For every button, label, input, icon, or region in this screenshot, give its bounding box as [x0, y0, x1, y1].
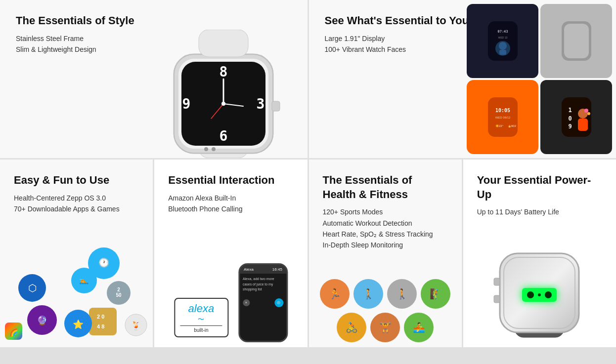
- svg-point-36: [587, 112, 590, 115]
- alexa-smile-icon: 〜: [198, 315, 204, 324]
- sports-row-1: 🏃 🚶 🚶 🧗: [320, 279, 450, 309]
- apps-feature-2: 70+ Downloadable Apps & Games: [14, 203, 139, 214]
- cell-display: See What's Essential to You Large 1.91" …: [309, 0, 616, 158]
- svg-text:2: 2: [117, 287, 120, 292]
- alexa-logo-text: alexa: [188, 302, 215, 315]
- svg-text:8: 8: [219, 64, 227, 80]
- sport-hiking: 🧗: [421, 279, 450, 309]
- svg-text:🏃: 🏃: [329, 288, 341, 300]
- alexa-watch: Alexa 16:45 Alexa, add two more cases of…: [238, 263, 288, 342]
- svg-rect-21: [499, 50, 506, 55]
- svg-point-11: [221, 102, 225, 106]
- svg-rect-23: [564, 24, 589, 58]
- alexa-feature-2: Bluetooth Phone Calling: [168, 203, 293, 214]
- sports-row-2: 🚴 🏋 🚣: [337, 313, 434, 342]
- alexa-feature-1: Amazon Alexa Built-In: [168, 193, 293, 203]
- svg-text:🚶: 🚶: [362, 288, 375, 300]
- svg-text:0: 0: [568, 115, 572, 122]
- svg-point-70: [538, 293, 541, 296]
- health-features: 120+ Sports Modes Automatic Workout Dete…: [323, 206, 448, 251]
- svg-text:07:43: 07:43: [497, 30, 508, 34]
- svg-rect-29: [562, 97, 591, 137]
- svg-point-68: [527, 291, 534, 298]
- apps-feature-1: Health-Centered Zepp OS 3.0: [14, 193, 139, 203]
- svg-text:🏋: 🏋: [379, 322, 392, 333]
- watch-face-3: 10:05 WED 08/12 ☀️22° 🔥602: [467, 80, 538, 154]
- main-grid: The Essentials of Style Stainless Steel …: [0, 0, 616, 364]
- cell-health: The Essentials of Health & Fitness 120+ …: [309, 160, 462, 347]
- svg-text:4  8: 4 8: [97, 324, 104, 329]
- sport-rowing: 🚣: [404, 313, 434, 342]
- svg-text:10:05: 10:05: [495, 108, 510, 113]
- svg-rect-72: [494, 295, 500, 303]
- svg-rect-15: [199, 30, 248, 57]
- style-watch-image: 8 6 9 3: [130, 25, 308, 158]
- apps-features: Health-Centered Zepp OS 3.0 70+ Download…: [14, 193, 139, 215]
- health-title: The Essentials of Health & Fitness: [323, 173, 448, 202]
- svg-text:🧗: 🧗: [430, 288, 442, 300]
- svg-text:3: 3: [256, 96, 264, 112]
- health-feature-2: Automatic Workout Detection: [323, 218, 448, 229]
- svg-point-14: [212, 147, 216, 151]
- svg-point-35: [584, 109, 588, 113]
- alexa-features: Amazon Alexa Built-In Bluetooth Phone Ca…: [168, 193, 293, 215]
- svg-text:🕐: 🕐: [98, 257, 110, 268]
- watch-face-2: [540, 4, 612, 78]
- svg-text:🔥602: 🔥602: [508, 124, 517, 128]
- svg-text:1: 1: [568, 107, 572, 114]
- svg-rect-48: [89, 308, 117, 335]
- svg-text:🍹: 🍹: [131, 321, 141, 330]
- svg-point-69: [545, 291, 552, 298]
- svg-text:6: 6: [219, 128, 227, 144]
- alexa-builtin-text: built-in: [180, 325, 222, 333]
- alexa-content-area: alexa 〜 built-in Alexa 16:45 Alexa, add …: [154, 263, 307, 347]
- apps-icons-area: 🕐 ⬡ 🏊 2 50 🔮 2 0: [0, 239, 153, 347]
- battery-image-area: [463, 234, 616, 347]
- bottom-row: Easy & Fun to Use Health-Centered Zepp O…: [0, 160, 616, 347]
- watch-face-1: 07:43 WED 13: [467, 4, 538, 78]
- sport-running: 🏃: [320, 279, 350, 309]
- apps-icons-svg: 🕐 ⬡ 🏊 2 50 🔮 2 0: [5, 243, 148, 342]
- svg-rect-12: [272, 101, 280, 111]
- svg-text:🚣: 🚣: [413, 322, 425, 333]
- battery-feature-1: Up to 11 Days' Battery Life: [477, 206, 602, 217]
- sport-cycling: 🚴: [337, 313, 366, 342]
- svg-rect-34: [578, 119, 588, 131]
- svg-text:9: 9: [568, 123, 572, 130]
- watch-face-4: 1 0 9: [540, 80, 612, 154]
- sport-treadmill: 🚶: [353, 279, 383, 309]
- cell-style: The Essentials of Style Stainless Steel …: [0, 0, 308, 158]
- sport-gym: 🏋: [370, 313, 400, 342]
- alexa-title: Essential Interaction: [168, 173, 293, 188]
- svg-text:2  0: 2 0: [97, 314, 104, 320]
- svg-text:⭐: ⭐: [73, 319, 84, 330]
- health-feature-4: In-Depth Sleep Monitoring: [323, 240, 448, 250]
- svg-text:50: 50: [116, 292, 122, 298]
- alexa-logo-box: alexa 〜 built-in: [174, 298, 228, 337]
- svg-text:☀️22°: ☀️22°: [495, 124, 504, 128]
- apps-title: Easy & Fun to Use: [14, 173, 139, 188]
- svg-text:WED 13: WED 13: [498, 36, 507, 39]
- health-feature-1: 120+ Sports Modes: [323, 206, 448, 217]
- battery-features: Up to 11 Days' Battery Life: [477, 206, 602, 217]
- alexa-watch-screen: Alexa, add two more cases of juice to my…: [240, 274, 286, 341]
- svg-text:🚶: 🚶: [396, 288, 408, 300]
- watch-faces-grid: 07:43 WED 13 10:05: [463, 0, 616, 158]
- watch-svg: 8 6 9 3: [134, 30, 308, 158]
- cell-battery: Your Essential Power-Up Up to 11 Days' B…: [463, 160, 616, 347]
- sport-walking: 🚶: [387, 279, 417, 309]
- svg-point-20: [499, 42, 507, 50]
- svg-text:🏊: 🏊: [79, 277, 89, 286]
- battery-watch-svg: [485, 239, 594, 342]
- svg-text:🚴: 🚴: [346, 322, 358, 333]
- svg-text:⬡: ⬡: [28, 283, 36, 293]
- health-feature-3: Heart Rate, SpO₂ & Stress Tracking: [323, 229, 448, 240]
- sports-icons-area: 🏃 🚶 🚶 🧗: [309, 279, 462, 342]
- svg-rect-71: [494, 278, 500, 285]
- cell-apps: Easy & Fun to Use Health-Centered Zepp O…: [0, 160, 153, 347]
- svg-point-13: [204, 147, 208, 151]
- svg-text:9: 9: [182, 96, 190, 112]
- svg-text:🔮: 🔮: [37, 315, 48, 326]
- svg-text:🌈: 🌈: [9, 328, 18, 337]
- battery-title: Your Essential Power-Up: [477, 173, 602, 202]
